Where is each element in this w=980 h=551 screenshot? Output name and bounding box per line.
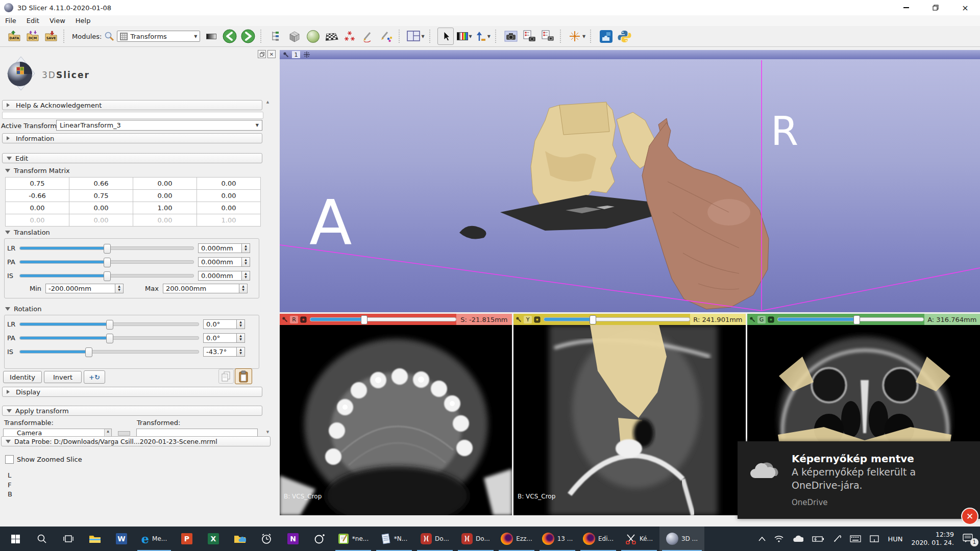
yellow-slice-slider[interactable] <box>544 317 690 321</box>
panel-close-icon[interactable]: ✕ <box>267 50 276 58</box>
window-level-button[interactable]: ▼ <box>457 28 472 44</box>
paste-transform-button[interactable] <box>235 368 252 384</box>
annotation-color-button[interactable] <box>379 28 394 44</box>
view3d-viewport[interactable]: A R <box>280 59 980 312</box>
close-button[interactable]: × <box>950 0 980 15</box>
translation-lr-slider[interactable] <box>19 246 194 250</box>
rotation-is-slider[interactable] <box>19 350 199 354</box>
rotation-is-value[interactable]: -43.7° <box>203 347 237 357</box>
pin-icon[interactable] <box>749 316 755 322</box>
green-slice-letter[interactable]: G <box>757 316 766 323</box>
menu-file[interactable]: File <box>0 17 21 24</box>
save-button[interactable]: SAVE <box>43 28 59 44</box>
green-slice-slider[interactable] <box>777 317 924 321</box>
active-transform-combobox[interactable]: LinearTransform_3 ▼ <box>56 120 262 131</box>
add-reference-button[interactable]: +↻ <box>84 370 105 384</box>
firefox-window-button-3[interactable]: Edi... <box>578 527 619 551</box>
start-button[interactable] <box>2 527 29 551</box>
translation-is-slider[interactable] <box>19 274 194 278</box>
translation-max-spinner[interactable]: ▲▼ <box>239 284 248 293</box>
panel-undock-icon[interactable] <box>258 50 266 58</box>
translation-pa-spinner[interactable]: ▲▼ <box>242 257 250 267</box>
section-apply-transform[interactable]: Apply transform <box>2 406 262 416</box>
module-selector-combobox[interactable]: Transforms ▼ <box>117 31 200 42</box>
crosshair-button[interactable]: ▼ <box>568 28 585 44</box>
rotation-lr-value[interactable]: 0.0° <box>203 319 237 329</box>
minimize-button[interactable] <box>891 0 921 15</box>
scene-view-restore-button[interactable] <box>540 28 555 44</box>
onedrive-notification[interactable]: Képernyőkép mentve A képernyőkép felkerü… <box>738 441 980 519</box>
panel-scrollbar[interactable]: ▲ ▼ <box>264 100 271 434</box>
volumes-module-button[interactable] <box>287 28 302 44</box>
translation-lr-value[interactable]: 0.000mm <box>198 243 242 253</box>
units-button[interactable]: ▼ <box>475 28 491 44</box>
file-explorer-button[interactable] <box>82 527 108 551</box>
annotation-ruler-button[interactable] <box>360 28 376 44</box>
notepadpp-window-button[interactable]: *ne... <box>333 527 374 551</box>
yellow-slice-viewport[interactable]: B: VCS_Crop <box>513 325 746 515</box>
translation-is-spinner[interactable]: ▲▼ <box>242 271 250 281</box>
menu-edit[interactable]: Edit <box>21 17 44 24</box>
translation-min-spinner[interactable]: ▲▼ <box>115 284 124 293</box>
scroll-down-icon[interactable]: ▼ <box>264 430 271 434</box>
python-console-button[interactable] <box>617 28 632 44</box>
action-center-button[interactable]: 1 <box>963 534 974 544</box>
models-module-button[interactable] <box>305 28 321 44</box>
section-translation[interactable]: Translation <box>5 228 50 237</box>
module-back-button[interactable] <box>222 28 237 44</box>
red-slice-viewport[interactable]: B: VCS_Crop <box>280 325 512 515</box>
transforms-module-button[interactable] <box>324 28 339 44</box>
translation-pa-slider[interactable] <box>19 260 194 264</box>
language-indicator[interactable]: HUN <box>888 535 902 543</box>
section-edit[interactable]: Edit <box>2 153 262 163</box>
section-help-acknowledgement[interactable]: Help & Acknowledgement <box>2 100 262 110</box>
onenote-button[interactable]: N <box>280 527 306 551</box>
screenshot-button[interactable] <box>503 28 519 44</box>
word-button[interactable]: W <box>108 527 135 551</box>
camera-button[interactable] <box>306 527 333 551</box>
red-slice-letter[interactable]: R <box>290 316 298 323</box>
section-rotation[interactable]: Rotation <box>5 305 41 313</box>
firefox-window-button-1[interactable]: Ezz... <box>496 527 537 551</box>
rotation-pa-value[interactable]: 0.0° <box>203 333 237 343</box>
show-zoomed-slice-checkbox[interactable] <box>5 455 14 464</box>
onedrive-tray-icon[interactable] <box>792 535 803 542</box>
touch-keyboard-icon[interactable] <box>850 535 861 542</box>
red-slice-bar[interactable]: R S: -21.815mm <box>280 314 512 325</box>
scroll-up-icon[interactable]: ▲ <box>264 100 271 104</box>
red-slice-slider[interactable] <box>310 317 456 321</box>
powerpoint-button[interactable]: P <box>174 527 200 551</box>
tray-window-icon[interactable] <box>870 535 879 542</box>
notification-close-button[interactable]: ✕ <box>961 508 978 525</box>
mouse-interaction-button[interactable] <box>437 28 454 45</box>
yellow-slice-bar[interactable]: Y R: 241.901mm <box>513 314 746 325</box>
tray-expand-icon[interactable] <box>758 537 766 541</box>
translation-is-value[interactable]: 0.000mm <box>198 271 242 281</box>
menu-view[interactable]: View <box>44 17 70 24</box>
pin-icon[interactable] <box>516 316 522 322</box>
translation-pa-value[interactable]: 0.000mm <box>198 257 242 267</box>
rotation-pa-spinner[interactable]: ▲▼ <box>237 333 245 343</box>
view-options-icon[interactable] <box>303 51 310 58</box>
doublecmd-window-button-1[interactable]: )( Do... <box>414 527 455 551</box>
yellow-slice-letter[interactable]: Y <box>524 316 532 323</box>
slice-visibility-icon[interactable] <box>534 316 541 323</box>
green-slice-bar[interactable]: G A: 316.764mm <box>747 314 980 325</box>
invert-button[interactable]: Invert <box>44 371 82 383</box>
view3d-badge[interactable]: 1 <box>292 51 300 58</box>
identity-button[interactable]: Identity <box>3 371 42 383</box>
rotation-lr-spinner[interactable]: ▲▼ <box>237 319 245 329</box>
extensions-manager-button[interactable] <box>598 28 614 44</box>
module-history-button[interactable] <box>204 28 219 44</box>
rotation-lr-slider[interactable] <box>19 322 199 326</box>
taskbar-search-button[interactable] <box>29 527 55 551</box>
translation-max-value[interactable]: 200.000mm <box>163 284 239 293</box>
slice-visibility-icon[interactable] <box>300 316 307 323</box>
section-data-probe[interactable]: Data Probe: D:/Downloads/Varga Csill...2… <box>1 436 271 446</box>
section-information[interactable]: Information <box>2 133 262 143</box>
pen-icon[interactable] <box>833 535 841 543</box>
scene-view-capture-button[interactable] <box>522 28 537 44</box>
module-search-icon[interactable] <box>104 31 115 42</box>
wifi-icon[interactable] <box>774 535 783 542</box>
copy-transform-button[interactable] <box>218 369 234 384</box>
